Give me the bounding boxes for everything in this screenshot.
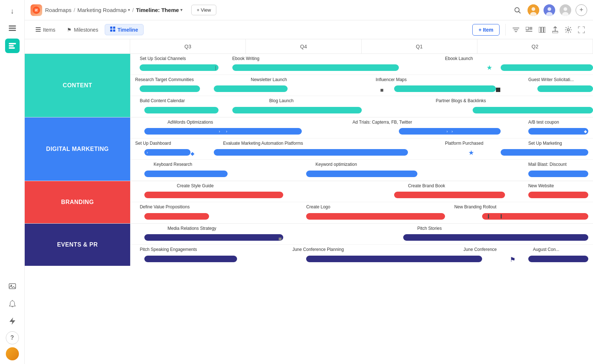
group-events: EVENTS & PR Media Relations Strategy Pit… xyxy=(25,223,593,266)
content-row-3: Build Content Calendar Blog Launch Partn… xyxy=(131,96,593,117)
tab-items[interactable]: Items xyxy=(31,25,60,35)
top-nav: Roadmaps / Marketing Roadmap ▾ / Timelin… xyxy=(25,0,593,20)
bar-logo xyxy=(306,213,445,220)
svg-rect-33 xyxy=(529,27,532,30)
add-item-button[interactable]: + Item xyxy=(472,24,500,36)
sidebar-icon-timeline[interactable] xyxy=(5,39,20,53)
svg-rect-35 xyxy=(539,27,541,33)
label-adwords: AdWords Optimizations xyxy=(168,120,213,125)
tab-milestones[interactable]: ⚑ Milestones xyxy=(62,25,103,35)
group-branding: BRANDING Create Style Guide Create Brand… xyxy=(25,181,593,223)
label-newsletter: Newsletter Launch xyxy=(251,77,287,82)
breadcrumb-current[interactable]: Timeline: Theme ▾ xyxy=(136,7,183,13)
svg-rect-4 xyxy=(9,45,14,47)
sidebar-icon-bell[interactable] xyxy=(5,296,20,311)
label-mail-blast: Mail Blast: Discount xyxy=(528,162,566,167)
svg-point-20 xyxy=(564,7,567,11)
bar-partner xyxy=(473,107,593,113)
groups-wrapper: CONTENT Set Up Social Channels Ebook Wri… xyxy=(25,54,593,364)
breadcrumb-current-chevron: ▾ xyxy=(180,8,183,12)
label-june-conf: June Conference xyxy=(464,247,497,252)
group-label-digital: DIGITAL MARKETING xyxy=(25,117,130,181)
bar-ab-test: ◆ xyxy=(528,128,588,135)
sidebar-icon-question[interactable]: ? xyxy=(6,331,19,344)
bar-guest xyxy=(537,85,593,92)
bar-branding-rollout xyxy=(482,213,589,220)
avatar-2[interactable] xyxy=(544,4,555,16)
label-setup-dashboard: Set Up Dashboard xyxy=(135,141,171,146)
bar-media-relations xyxy=(144,234,283,241)
bar-pitch-stories xyxy=(403,234,588,241)
user-avatar-sidebar[interactable] xyxy=(6,347,19,360)
main-area: Roadmaps / Marketing Roadmap ▾ / Timelin… xyxy=(25,0,593,364)
bar-pitch-speaking xyxy=(144,256,237,262)
columns-icon-btn[interactable] xyxy=(536,24,548,36)
sidebar-icon-image[interactable] xyxy=(5,279,20,293)
fullscreen-icon-btn[interactable] xyxy=(576,24,587,36)
tab-milestones-label: Milestones xyxy=(74,27,98,33)
sidebar-icon-lightning[interactable] xyxy=(5,314,20,328)
content-area: Q3 Q4 Q1 Q2 CONTENT xyxy=(25,39,593,364)
app-logo xyxy=(31,4,42,16)
settings-icon-btn[interactable] xyxy=(562,24,574,36)
tab-timeline-label: Timeline xyxy=(117,27,138,33)
label-setup-marketing: Set Up Marketing xyxy=(528,141,562,146)
label-value-props: Define Value Propositions xyxy=(140,204,189,209)
digital-row-1: AdWords Optimizations Ad Trials: Capterr… xyxy=(131,117,593,139)
nav-right: + xyxy=(512,4,587,16)
svg-line-12 xyxy=(519,12,520,13)
breadcrumb-middle[interactable]: Marketing Roadmap ▾ xyxy=(77,7,130,13)
quarter-spacer xyxy=(25,39,130,53)
avatar-add-button[interactable]: + xyxy=(576,4,587,16)
milestone-diamond-1: ◆ xyxy=(379,86,386,93)
label-research: Research Target Communities xyxy=(135,77,194,82)
events-row-2: Pitch Speaking Engagements June Conferen… xyxy=(131,245,593,266)
sidebar-icon-list[interactable] xyxy=(5,21,20,36)
content-row-2: Research Target Communities Newsletter L… xyxy=(131,75,593,96)
svg-rect-24 xyxy=(36,31,41,32)
quarter-q2: Q2 xyxy=(477,39,593,53)
toolbar-icons xyxy=(505,24,587,36)
timeline-area: Q3 Q4 Q1 Q2 CONTENT xyxy=(25,39,593,364)
breadcrumb-root[interactable]: Roadmaps xyxy=(45,7,72,13)
bar-blog xyxy=(232,107,362,113)
svg-rect-23 xyxy=(36,29,41,30)
search-button[interactable] xyxy=(512,4,523,16)
group-digital: DIGITAL MARKETING AdWords Optimizations … xyxy=(25,117,593,181)
bar-setup-social: | xyxy=(140,64,218,71)
sidebar-icon-download[interactable]: ↓ xyxy=(5,4,20,18)
bar-ebook-writing xyxy=(232,64,399,71)
avatar-1[interactable] xyxy=(528,4,539,16)
svg-point-17 xyxy=(548,7,551,11)
left-sidebar: ↓ xyxy=(0,0,25,364)
svg-rect-25 xyxy=(110,27,112,29)
export-icon-btn[interactable] xyxy=(549,24,561,36)
quarter-q3: Q3 xyxy=(130,39,246,53)
tab-timeline[interactable]: Timeline xyxy=(105,24,144,35)
label-create-logo: Create Logo xyxy=(306,204,330,209)
label-pitch-stories: Pitch Stories xyxy=(417,226,442,231)
milestone-flag: ⚑ xyxy=(510,256,516,264)
bar-research xyxy=(140,85,200,92)
digital-row-3: Keyboard Research Keyword optimization M… xyxy=(131,160,593,181)
bar-new-website xyxy=(528,192,588,198)
filter-icon-btn[interactable] xyxy=(510,24,522,36)
label-ad-trials: Ad Trials: Capterra, FB, Twitter xyxy=(353,120,412,125)
svg-rect-0 xyxy=(9,25,16,27)
bar-influencer xyxy=(394,85,496,92)
avatar-3[interactable] xyxy=(560,4,571,16)
bar-setup-mkt xyxy=(501,149,589,156)
svg-point-11 xyxy=(515,8,519,12)
svg-rect-9 xyxy=(35,9,37,10)
label-keyword-opt: Keyword optimization xyxy=(316,162,357,167)
svg-rect-37 xyxy=(544,27,545,33)
svg-rect-36 xyxy=(541,27,543,33)
branding-row-2: Define Value Propositions Create Logo Ne… xyxy=(131,202,593,223)
bar-august-con xyxy=(528,256,588,262)
quarter-labels: Q3 Q4 Q1 Q2 xyxy=(130,39,593,53)
view-button[interactable]: + View xyxy=(191,5,216,15)
label-branding-rollout: New Branding Rollout xyxy=(454,204,496,209)
view-filter-icon-btn[interactable] xyxy=(523,24,535,36)
label-new-website: New Website xyxy=(528,183,554,188)
svg-point-39 xyxy=(567,29,569,31)
